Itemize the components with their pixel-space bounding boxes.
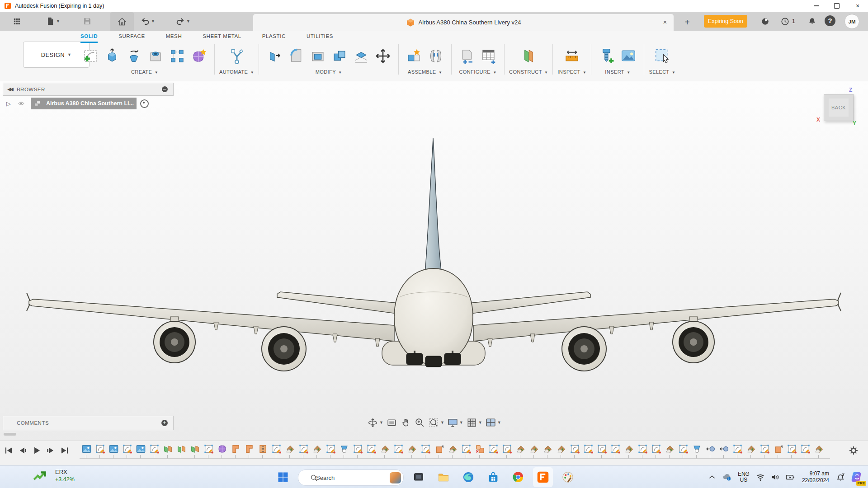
timeline-feature-loft[interactable] — [812, 444, 826, 458]
orbit-icon[interactable]: ▼ — [367, 417, 383, 428]
timeline-scroll-handle[interactable] — [4, 433, 16, 436]
search-daily-image[interactable] — [390, 472, 401, 483]
app-grid-icon[interactable] — [12, 14, 22, 29]
activate-component-radio[interactable] — [140, 99, 149, 108]
ribbon-group-label[interactable]: INSERT ▼ — [605, 69, 630, 75]
tool-joint-icon[interactable] — [425, 45, 447, 67]
wifi-icon[interactable] — [755, 471, 766, 483]
timeline-feature-plane[interactable] — [188, 444, 202, 458]
tool-extrude-icon[interactable] — [101, 45, 123, 67]
task-view-icon[interactable] — [409, 467, 429, 487]
timeline-feature-mirror[interactable] — [717, 444, 731, 458]
timeline-feature-sketch[interactable] — [798, 444, 812, 458]
ribbon-group-label[interactable]: MODIFY ▼ — [316, 69, 342, 75]
expiring-soon-badge[interactable]: Expiring Soon — [704, 15, 747, 28]
save-button[interactable] — [82, 14, 92, 29]
timeline-feature-canvas[interactable] — [107, 444, 120, 458]
tool-presspull-icon[interactable] — [264, 45, 285, 67]
notifications-bell-icon[interactable] — [806, 15, 818, 28]
timeline-feature-revolve[interactable] — [337, 444, 351, 458]
browser-header[interactable]: ◀◀ BROWSER — [3, 83, 174, 96]
timeline-feature-loft[interactable] — [283, 444, 297, 458]
timeline-feature-sketch[interactable] — [364, 444, 378, 458]
timeline-feature-sketch[interactable] — [676, 444, 690, 458]
timeline-feature-sketch[interactable] — [324, 444, 337, 458]
tool-measure-icon[interactable] — [561, 45, 583, 67]
new-tab-button[interactable]: + — [680, 16, 694, 28]
tool-configtable-icon[interactable] — [478, 45, 500, 67]
minimize-button[interactable] — [806, 0, 826, 12]
browser-minimize-icon[interactable] — [162, 86, 168, 92]
ribbon-group-label[interactable]: CONSTRUCT ▼ — [509, 69, 548, 75]
timeline-feature-loft[interactable] — [405, 444, 419, 458]
timeline-feature-sketch[interactable] — [500, 444, 514, 458]
ribbon-group-label[interactable]: CREATE ▼ — [131, 69, 158, 75]
timeline-feature-sketch[interactable] — [595, 444, 609, 458]
tray-chevron-icon[interactable] — [706, 471, 718, 483]
timeline-feature-loft[interactable] — [310, 444, 324, 458]
timeline-feature-sketch[interactable] — [609, 444, 622, 458]
extensions-icon[interactable] — [759, 15, 771, 28]
language-indicator[interactable]: ENG US — [738, 471, 750, 483]
tool-move-icon[interactable] — [372, 45, 394, 67]
timeline-feature-box[interactable] — [432, 444, 446, 458]
ribbon-tab-surface[interactable]: SURFACE — [118, 33, 145, 43]
ribbon-tab-mesh[interactable]: MESH — [166, 33, 182, 43]
tool-fillet-icon[interactable] — [285, 45, 307, 67]
timeline-feature-sketch[interactable] — [202, 444, 215, 458]
start-button[interactable] — [273, 467, 293, 487]
tool-hole-icon[interactable] — [145, 45, 166, 67]
timeline-feature-movecopy[interactable] — [473, 444, 486, 458]
comments-panel[interactable]: COMMENTS + — [3, 416, 174, 430]
timeline-feature-plane[interactable] — [175, 444, 188, 458]
copilot-icon[interactable]: PRE — [850, 470, 864, 484]
timeline-feature-sketch[interactable] — [419, 444, 432, 458]
timeline-feature-loft[interactable] — [514, 444, 527, 458]
timeline-feature-sketch[interactable] — [785, 444, 798, 458]
ribbon-group-label[interactable]: CONFIGURE ▼ — [459, 69, 496, 75]
ribbon-group-label[interactable]: INSPECT ▼ — [557, 69, 586, 75]
tool-sketch-icon[interactable] — [80, 45, 101, 67]
ribbon-tab-plastic[interactable]: PLASTIC — [262, 33, 286, 43]
viewports-icon[interactable]: ▼ — [485, 417, 501, 428]
search-input[interactable]: Search — [298, 469, 404, 486]
document-tab[interactable]: Airbus A380 China Southern Livery v24 × — [253, 14, 674, 31]
display-settings-icon[interactable]: ▼ — [447, 417, 463, 428]
timeline-feature-box[interactable] — [771, 444, 785, 458]
file-menu-button[interactable]: ▼ — [45, 14, 60, 29]
help-icon[interactable]: ? — [825, 15, 835, 26]
ribbon-group-label[interactable]: ASSEMBLE ▼ — [408, 69, 442, 75]
tool-revolve-icon[interactable] — [123, 45, 145, 67]
timeline-feature-plane[interactable] — [161, 444, 175, 458]
timeline-feature-extrude[interactable] — [242, 444, 256, 458]
notifications-bell-icon[interactable] — [835, 471, 847, 483]
timeline-feature-sketch[interactable] — [93, 444, 107, 458]
document-tab-close-icon[interactable]: × — [661, 18, 669, 26]
battery-icon[interactable] — [784, 471, 796, 483]
timeline-feature-sketch[interactable] — [120, 444, 134, 458]
skip-to-start-icon[interactable] — [4, 446, 14, 455]
tool-form-icon[interactable] — [188, 45, 210, 67]
timeline-feature-loft[interactable] — [663, 444, 676, 458]
tool-shell-icon[interactable] — [307, 45, 329, 67]
tool-pattern-icon[interactable] — [166, 45, 188, 67]
timeline-feature-loft[interactable] — [554, 444, 568, 458]
timeline-feature-form[interactable] — [215, 444, 229, 458]
step-back-icon[interactable] — [18, 446, 28, 455]
clock[interactable]: 9:07 am 22/02/2024 — [802, 470, 829, 484]
timeline-feature-sketch[interactable] — [731, 444, 744, 458]
timeline-feature-sketch[interactable] — [486, 444, 500, 458]
widgets-stock[interactable]: ERX +3.42% — [32, 468, 75, 484]
timeline-feature-loft[interactable] — [527, 444, 541, 458]
ribbon-tab-solid[interactable]: SOLID — [80, 33, 98, 43]
timeline-feature-loft[interactable] — [744, 444, 758, 458]
onedrive-icon[interactable] — [721, 471, 733, 483]
tool-split-icon[interactable] — [350, 45, 372, 67]
home-button[interactable] — [110, 12, 134, 31]
job-status-icon[interactable] — [778, 15, 791, 28]
view-cube[interactable]: BACK — [824, 94, 854, 121]
timeline-feature-loft[interactable] — [378, 444, 392, 458]
timeline-feature-canvas[interactable] — [134, 444, 147, 458]
close-button[interactable]: × — [847, 0, 868, 12]
timeline-feature-sketch[interactable] — [758, 444, 771, 458]
